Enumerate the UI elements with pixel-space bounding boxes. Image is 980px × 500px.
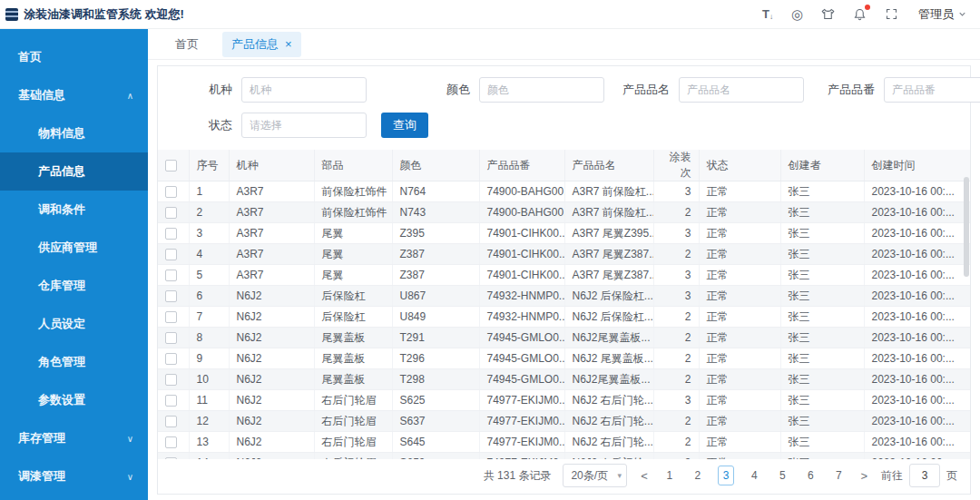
cell: S645 — [392, 432, 479, 453]
row-checkbox[interactable] — [165, 311, 177, 323]
table-row: 4A3R7尾翼Z38774901-CIHK00...A3R7 尾翼Z387...… — [158, 244, 970, 265]
page-jump-input[interactable] — [909, 464, 940, 487]
row-checkbox[interactable] — [165, 436, 177, 448]
table-area: 序号机种部品颜色产品品番产品品名涂装次状态创建者创建时间1A3R7前保险杠饰件N… — [158, 150, 970, 459]
tab-close-icon[interactable]: × — [285, 38, 292, 50]
row-checkbox[interactable] — [165, 416, 177, 427]
filter-panel: 机种 颜色 产品品名 产品品番 — [158, 66, 970, 150]
cell: A3R7 — [229, 223, 314, 244]
cell: 74900-BAHG00... — [479, 181, 564, 202]
select-all-checkbox[interactable] — [165, 160, 177, 172]
notification-badge — [865, 5, 870, 10]
table-row: 10N6J2尾翼盖板T29874945-GMLO0...N6J2尾翼盖板...2… — [158, 369, 970, 390]
notification-bell-icon[interactable] — [853, 6, 867, 23]
cell: 尾翼盖板 — [314, 369, 392, 390]
sidebar-item-label: 供应商管理 — [38, 240, 97, 256]
page-number[interactable]: 4 — [746, 469, 762, 482]
sidebar-item-10[interactable]: 库存管理∨ — [0, 419, 148, 457]
cell: 2 — [653, 432, 699, 453]
sidebar-item-4[interactable]: 调和条件 — [0, 191, 148, 229]
sidebar-item-7[interactable]: 人员设定 — [0, 305, 148, 343]
jump-to-page: 前往 页 — [881, 464, 957, 487]
cell: N764 — [392, 181, 479, 202]
cell: 14 — [189, 453, 229, 460]
cell: 3 — [653, 181, 699, 202]
product-code-input[interactable] — [884, 77, 980, 103]
theme-icon[interactable] — [821, 6, 835, 23]
row-select-cell — [158, 369, 189, 390]
cell: 5 — [189, 265, 229, 286]
sidebar: 首页基础信息∧物料信息产品信息调和条件供应商管理仓库管理人员设定角色管理参数设置… — [0, 29, 148, 500]
text-size-icon[interactable]: T↓ — [762, 6, 773, 23]
page-number[interactable]: 5 — [774, 469, 790, 482]
row-checkbox[interactable] — [165, 353, 177, 365]
sidebar-item-1[interactable]: 基础信息∧ — [0, 76, 148, 114]
next-page-button[interactable]: > — [858, 469, 869, 483]
row-checkbox[interactable] — [165, 457, 177, 459]
select-all-cell — [158, 150, 189, 181]
row-checkbox[interactable] — [165, 395, 177, 407]
help-icon[interactable]: ◎ — [791, 6, 803, 23]
cell: 2023-10-16 00:... — [864, 307, 970, 328]
color-input[interactable] — [479, 77, 604, 103]
row-checkbox[interactable] — [165, 270, 177, 281]
user-menu[interactable]: 管理员 — [918, 6, 967, 23]
sidebar-item-6[interactable]: 仓库管理 — [0, 267, 148, 305]
row-checkbox[interactable] — [165, 207, 177, 219]
cell: 3 — [653, 265, 699, 286]
row-checkbox[interactable] — [165, 290, 177, 302]
chevron-down-icon — [957, 9, 967, 19]
row-select-cell — [158, 432, 189, 453]
sidebar-item-11[interactable]: 调漆管理∨ — [0, 457, 148, 495]
cell: 张三 — [780, 432, 864, 453]
cell: 3 — [653, 286, 699, 307]
row-checkbox[interactable] — [165, 186, 177, 198]
product-name-input[interactable] — [679, 77, 804, 103]
cell: T296 — [392, 348, 479, 369]
cell: 右后门轮眉 — [314, 411, 392, 432]
cell: N6J2 后保险杠... — [564, 307, 653, 328]
cell: A3R7 — [229, 181, 314, 202]
cell: 正常 — [699, 202, 780, 223]
sidebar-item-9[interactable]: 参数设置 — [0, 381, 148, 419]
page-size-select[interactable]: 20条/页 ▾ — [563, 464, 627, 487]
page-number[interactable]: 6 — [802, 469, 818, 482]
cell: 2 — [653, 411, 699, 432]
page-number[interactable]: 1 — [662, 469, 678, 482]
sidebar-item-3[interactable]: 产品信息 — [0, 152, 148, 191]
fullscreen-icon[interactable] — [885, 6, 898, 23]
tab-1[interactable]: 产品信息× — [222, 32, 301, 57]
cell: 正常 — [699, 265, 780, 286]
chevron-up-icon: ∧ — [127, 91, 133, 101]
cell: 前保险杠饰件 — [314, 202, 392, 223]
sidebar-item-2[interactable]: 物料信息 — [0, 114, 148, 152]
page-number[interactable]: 2 — [690, 469, 706, 482]
row-select-cell — [158, 223, 189, 244]
cell: N6J2 — [229, 328, 314, 348]
status-select[interactable] — [241, 113, 367, 138]
cell: 74977-EKIJM0... — [479, 390, 564, 411]
header-cell: 涂装次 — [653, 150, 699, 181]
table-row: 1A3R7前保险杠饰件N76474900-BAHG00...A3R7 前保险杠.… — [158, 181, 970, 202]
tab-0[interactable]: 首页 — [166, 32, 208, 57]
header-cell: 创建时间 — [864, 150, 970, 181]
row-checkbox[interactable] — [165, 332, 177, 344]
brand: 涂装油漆调和监管系统 欢迎您! — [5, 6, 184, 23]
row-checkbox[interactable] — [165, 228, 177, 240]
row-checkbox[interactable] — [165, 374, 177, 386]
cell: 7 — [189, 307, 229, 328]
model-input[interactable] — [241, 77, 367, 103]
cell: 张三 — [780, 328, 864, 348]
row-checkbox[interactable] — [165, 249, 177, 260]
row-select-cell — [158, 453, 189, 460]
sidebar-item-5[interactable]: 供应商管理 — [0, 229, 148, 267]
page-number[interactable]: 3 — [718, 466, 735, 485]
page-number[interactable]: 7 — [830, 469, 847, 482]
cell: 右后门轮眉 — [314, 390, 392, 411]
cell: U849 — [392, 307, 479, 328]
sidebar-item-0[interactable]: 首页 — [0, 38, 148, 76]
table-scrollbar[interactable] — [964, 177, 969, 277]
prev-page-button[interactable]: < — [639, 469, 650, 483]
sidebar-item-8[interactable]: 角色管理 — [0, 343, 148, 381]
search-button[interactable]: 查询 — [381, 113, 428, 138]
